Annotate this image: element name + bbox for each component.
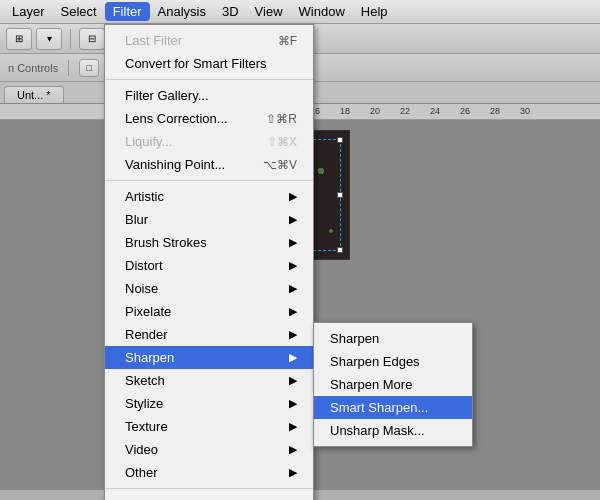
menu-bar: Layer Select Filter Analysis 3D View Win… — [0, 0, 600, 24]
toolbar-btn-1[interactable]: ⊞ — [6, 28, 32, 50]
menu-item-brush-strokes[interactable]: Brush Strokes ▶ — [105, 231, 313, 254]
menu-filter[interactable]: Filter — [105, 2, 150, 21]
menu-item-video[interactable]: Video ▶ — [105, 438, 313, 461]
submenu-item-sharpen-edges[interactable]: Sharpen Edges — [314, 350, 472, 373]
menu-item-lens-correction[interactable]: Lens Correction... ⇧⌘R — [105, 107, 313, 130]
options-btn-1[interactable]: □ — [79, 59, 99, 77]
menu-view[interactable]: View — [247, 2, 291, 21]
toolbar-btn-2[interactable]: ▾ — [36, 28, 62, 50]
separator-1 — [105, 79, 313, 80]
menu-item-other[interactable]: Other ▶ — [105, 461, 313, 484]
sharpen-submenu: Sharpen Sharpen Edges Sharpen More Smart… — [313, 322, 473, 447]
menu-item-sharpen[interactable]: Sharpen ▶ — [105, 346, 313, 369]
menu-layer[interactable]: Layer — [4, 2, 53, 21]
filter-menu: Last Filter ⌘F Convert for Smart Filters… — [104, 24, 314, 500]
separator-3 — [105, 488, 313, 489]
menu-analysis[interactable]: Analysis — [150, 2, 214, 21]
menu-item-distort[interactable]: Distort ▶ — [105, 254, 313, 277]
menu-item-render[interactable]: Render ▶ — [105, 323, 313, 346]
menu-item-noise[interactable]: Noise ▶ — [105, 277, 313, 300]
menu-item-blur[interactable]: Blur ▶ — [105, 208, 313, 231]
submenu-item-sharpen[interactable]: Sharpen — [314, 327, 472, 350]
handle-tr[interactable] — [337, 137, 343, 143]
menu-item-stylize[interactable]: Stylize ▶ — [105, 392, 313, 415]
menu-item-filter-gallery[interactable]: Filter Gallery... — [105, 84, 313, 107]
separator-2 — [105, 180, 313, 181]
options-label: n Controls — [8, 62, 58, 74]
menu-item-vanishing-point[interactable]: Vanishing Point... ⌥⌘V — [105, 153, 313, 176]
submenu-item-unsharp-mask[interactable]: Unsharp Mask... — [314, 419, 472, 442]
toolbar-btn-3[interactable]: ⊟ — [79, 28, 105, 50]
menu-item-liquify[interactable]: Liquify... ⇧⌘X — [105, 130, 313, 153]
menu-item-convert-smart[interactable]: Convert for Smart Filters — [105, 52, 313, 75]
menu-item-texture[interactable]: Texture ▶ — [105, 415, 313, 438]
handle-br[interactable] — [337, 247, 343, 253]
menu-item-digimarc[interactable]: Digimarc ▶ — [105, 493, 313, 500]
menu-item-last-filter[interactable]: Last Filter ⌘F — [105, 29, 313, 52]
submenu-item-sharpen-more[interactable]: Sharpen More — [314, 373, 472, 396]
menu-item-pixelate[interactable]: Pixelate ▶ — [105, 300, 313, 323]
menu-select[interactable]: Select — [53, 2, 105, 21]
menu-item-sketch[interactable]: Sketch ▶ — [105, 369, 313, 392]
menu-help[interactable]: Help — [353, 2, 396, 21]
handle-mr[interactable] — [337, 192, 343, 198]
menu-3d[interactable]: 3D — [214, 2, 247, 21]
menu-window[interactable]: Window — [291, 2, 353, 21]
submenu-item-smart-sharpen[interactable]: Smart Sharpen... — [314, 396, 472, 419]
canvas-tab[interactable]: Unt... * — [4, 86, 64, 103]
menu-item-artistic[interactable]: Artistic ▶ — [105, 185, 313, 208]
